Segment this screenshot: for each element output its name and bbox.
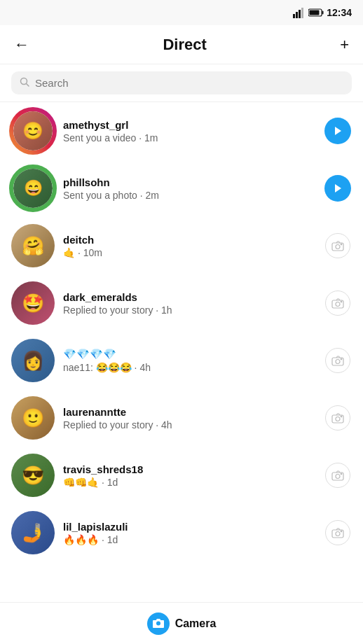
camera-icon: [325, 405, 350, 430]
message-preview: nae11: 😂😂😂 · 4h: [63, 362, 315, 373]
avatar: 👩: [11, 339, 55, 382]
signal-icon: [293, 7, 306, 18]
svg-point-15: [336, 302, 340, 307]
add-button[interactable]: +: [337, 33, 352, 57]
avatar-image: 😎: [11, 454, 55, 497]
search-input[interactable]: [35, 77, 343, 89]
message-preview: 👊👊🤙 · 1d: [63, 477, 315, 488]
camera-icon: [325, 520, 350, 545]
status-icons: 12:34: [293, 7, 352, 18]
svg-point-19: [341, 358, 342, 360]
avatar-image: 😄: [13, 169, 53, 208]
avatar-image: 🤳: [11, 511, 55, 554]
username: travis_shreds18: [63, 463, 315, 475]
svg-rect-2: [299, 10, 301, 18]
message-preview: Sent you a video · 1m: [63, 132, 315, 144]
svg-marker-10: [335, 184, 341, 192]
camera-action[interactable]: [324, 232, 352, 260]
play-button[interactable]: [324, 174, 352, 202]
camera-button[interactable]: Camera: [147, 612, 217, 635]
username: dark_emeralds: [63, 291, 315, 303]
svg-rect-0: [293, 14, 295, 18]
username: phillsohn: [63, 176, 315, 188]
list-item[interactable]: 😊 amethyst_grl Sent you a video · 1m: [0, 102, 363, 160]
username: laurenanntte: [63, 406, 315, 418]
svg-rect-5: [322, 11, 324, 15]
avatar-image: 👩: [11, 339, 55, 382]
message-preview: Replied to your story · 1h: [63, 304, 315, 316]
camera-action[interactable]: [324, 519, 352, 547]
camera-action[interactable]: [324, 461, 352, 489]
username: 💎💎💎💎: [63, 348, 315, 360]
avatar-image: 🤗: [11, 224, 55, 267]
camera-action[interactable]: [324, 289, 352, 317]
play-icon: [324, 175, 351, 202]
username: amethyst_grl: [63, 119, 315, 131]
avatar-image: 😊: [13, 111, 53, 150]
message-content: amethyst_grl Sent you a video · 1m: [63, 119, 315, 144]
username: lil_lapislazuli: [63, 521, 315, 533]
page-title: Direct: [163, 36, 206, 54]
back-button[interactable]: ←: [11, 33, 32, 57]
battery-icon: [308, 8, 324, 17]
message-preview: 🔥🔥🔥 · 1d: [63, 534, 315, 545]
search-bar: [0, 64, 363, 102]
message-content: dark_emeralds Replied to your story · 1h: [63, 291, 315, 316]
svg-point-18: [336, 360, 340, 364]
search-icon: [20, 77, 29, 89]
message-content: travis_shreds18 👊👊🤙 · 1d: [63, 463, 315, 488]
avatar: 🙂: [11, 396, 55, 440]
avatar: 😊: [11, 109, 55, 153]
avatar: 🤳: [11, 511, 55, 554]
list-item[interactable]: 🤳 lil_lapislazuli 🔥🔥🔥 · 1d: [0, 504, 363, 561]
svg-marker-9: [335, 127, 341, 135]
avatar: 😄: [11, 167, 55, 210]
svg-line-8: [27, 84, 29, 87]
svg-point-21: [336, 417, 340, 421]
list-item[interactable]: 👩 💎💎💎💎 nae11: 😂😂😂 · 4h: [0, 332, 363, 389]
search-input-wrap: [11, 71, 352, 94]
play-icon: [324, 118, 351, 144]
message-content: phillsohn Sent you a photo · 2m: [63, 176, 315, 201]
message-content: lil_lapislazuli 🔥🔥🔥 · 1d: [63, 521, 315, 545]
username: deitch: [63, 234, 315, 246]
message-preview: 🤙 · 10m: [63, 247, 315, 258]
top-nav: ← Direct +: [0, 25, 363, 64]
list-item[interactable]: 🙂 laurenanntte Replied to your story · 4…: [0, 389, 363, 447]
message-content: deitch 🤙 · 10m: [63, 234, 315, 258]
avatar: 😎: [11, 454, 55, 497]
message-list: 😊 amethyst_grl Sent you a video · 1m: [0, 102, 363, 561]
message-content: laurenanntte Replied to your story · 4h: [63, 406, 315, 430]
svg-point-12: [336, 245, 340, 249]
message-preview: Replied to your story · 4h: [63, 419, 315, 430]
camera-icon: [325, 463, 350, 488]
svg-rect-6: [310, 10, 320, 15]
list-item[interactable]: 😎 travis_shreds18 👊👊🤙 · 1d: [0, 447, 363, 504]
avatar-image: 🙂: [11, 396, 55, 440]
svg-point-22: [341, 416, 342, 417]
camera-icon: [325, 348, 350, 373]
status-bar: 12:34: [0, 0, 363, 25]
play-button[interactable]: [324, 117, 352, 145]
camera-icon: [325, 290, 350, 316]
svg-point-28: [341, 531, 342, 532]
svg-point-16: [341, 301, 342, 302]
list-item[interactable]: 🤩 dark_emeralds Replied to your story · …: [0, 274, 363, 332]
avatar: 🤗: [11, 224, 55, 267]
bottom-bar: Camera: [0, 602, 363, 644]
message-content: 💎💎💎💎 nae11: 😂😂😂 · 4h: [63, 348, 315, 373]
message-preview: Sent you a photo · 2m: [63, 190, 315, 201]
status-time: 12:34: [327, 7, 352, 18]
camera-action[interactable]: [324, 346, 352, 374]
camera-action[interactable]: [324, 404, 352, 432]
svg-point-13: [341, 244, 342, 245]
camera-icon: [325, 233, 350, 258]
avatar: 🤩: [11, 281, 55, 325]
svg-rect-1: [296, 12, 298, 18]
svg-point-24: [336, 475, 340, 479]
svg-point-27: [336, 532, 340, 536]
svg-point-25: [341, 473, 342, 475]
avatar-image: 🤩: [11, 281, 55, 325]
list-item[interactable]: 😄 phillsohn Sent you a photo · 2m: [0, 160, 363, 217]
list-item[interactable]: 🤗 deitch 🤙 · 10m: [0, 217, 363, 274]
